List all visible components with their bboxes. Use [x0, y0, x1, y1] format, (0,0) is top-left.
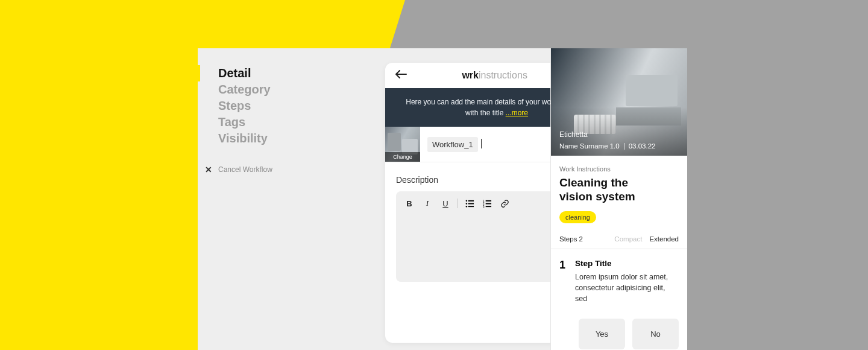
italic-button[interactable]: I: [423, 199, 432, 208]
svg-point-0: [466, 200, 467, 201]
back-arrow-icon[interactable]: [395, 70, 407, 81]
hero-image: Etichetta Name Surname 1.0 03.03.22: [551, 48, 687, 156]
numbered-list-icon[interactable]: 123: [483, 199, 492, 208]
svg-point-1: [466, 203, 467, 204]
sidebar-item-detail[interactable]: Detail: [198, 65, 306, 81]
step-body: Lorem ipsum dolor sit amet, consectetur …: [575, 272, 679, 304]
svg-rect-9: [486, 200, 491, 201]
view-compact-toggle[interactable]: Compact: [614, 235, 642, 243]
sidebar: Detail Category Steps Tags Visibility ✕ …: [198, 48, 306, 350]
svg-rect-11: [486, 206, 491, 207]
thumbnail-change-label: Change: [385, 152, 420, 162]
brand-title: wrkinstructions: [462, 70, 527, 81]
cancel-workflow-button[interactable]: ✕ Cancel Workflow: [198, 165, 306, 174]
hero-date: 03.03.22: [629, 142, 656, 150]
svg-rect-3: [468, 200, 474, 201]
hero-tag: Etichetta: [559, 130, 655, 139]
preview-title: Cleaning thevision system: [559, 176, 679, 204]
category-pill[interactable]: cleaning: [559, 211, 596, 223]
svg-rect-5: [468, 206, 474, 207]
description-label: Description: [396, 175, 438, 185]
sidebar-item-category[interactable]: Category: [198, 81, 306, 98]
sidebar-item-visibility[interactable]: Visibility: [198, 130, 306, 147]
link-icon[interactable]: [500, 199, 509, 208]
bullet-list-icon[interactable]: [465, 199, 474, 208]
sidebar-item-tags[interactable]: Tags: [198, 114, 306, 130]
workflow-title-value: Workflow_1: [427, 137, 478, 152]
close-icon: ✕: [205, 165, 212, 174]
bold-button[interactable]: B: [404, 199, 414, 208]
cancel-workflow-label: Cancel Workflow: [218, 165, 272, 174]
step-number: 1: [559, 259, 565, 304]
hero-author: Name Surname 1.0: [559, 142, 620, 150]
thumbnail-change-button[interactable]: Change: [385, 127, 420, 162]
info-more-link[interactable]: ...more: [506, 109, 528, 117]
steps-count: Steps 2: [559, 235, 583, 243]
svg-text:3: 3: [483, 205, 485, 208]
underline-button[interactable]: U: [441, 199, 450, 208]
svg-point-2: [466, 205, 467, 206]
preview-eyebrow: Work Instructions: [559, 165, 679, 173]
svg-rect-4: [468, 203, 474, 204]
toolbar-separator: [458, 199, 458, 208]
step-item: 1 Step Title Lorem ipsum dolor sit amet,…: [551, 249, 687, 304]
view-extended-toggle[interactable]: Extended: [649, 235, 679, 243]
sidebar-item-steps[interactable]: Steps: [198, 98, 306, 114]
preview-panel: Etichetta Name Surname 1.0 03.03.22 Work…: [550, 48, 687, 350]
option-yes-button[interactable]: Yes: [579, 319, 625, 349]
svg-rect-10: [486, 203, 491, 204]
option-no-button[interactable]: No: [632, 319, 679, 349]
step-title: Step Title: [575, 259, 679, 268]
